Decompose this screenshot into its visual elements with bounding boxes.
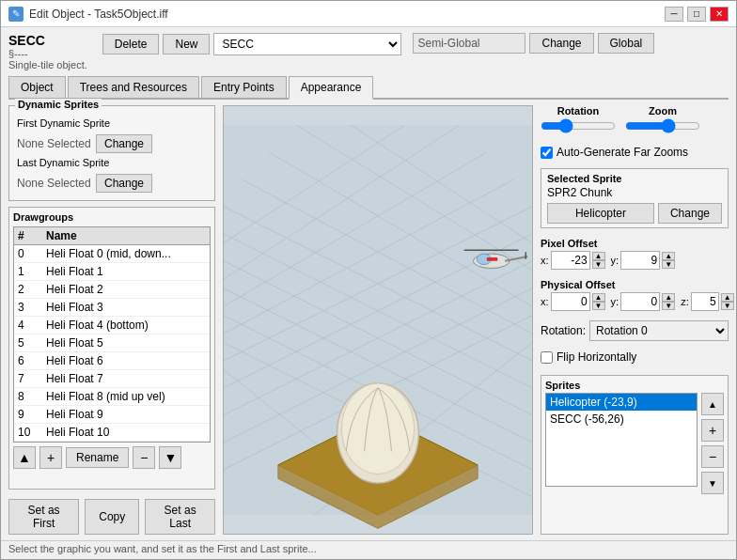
global-button[interactable]: Global bbox=[598, 33, 655, 54]
pixel-y-down[interactable]: ▼ bbox=[662, 260, 675, 269]
first-sprite-value: None Selected bbox=[17, 137, 92, 150]
move-down-button[interactable]: ▼ bbox=[159, 446, 181, 469]
tab-object[interactable]: Object bbox=[8, 76, 66, 98]
rotation-select-row: Rotation: Rotation 0 bbox=[541, 320, 729, 341]
minimize-button[interactable]: ─ bbox=[665, 7, 683, 22]
remove-row-button[interactable]: − bbox=[133, 446, 155, 469]
rotation-select[interactable]: Rotation 0 bbox=[589, 320, 729, 341]
pixel-x-label: x: bbox=[541, 255, 549, 266]
pixel-x-input[interactable] bbox=[551, 251, 590, 270]
delete-button[interactable]: Delete bbox=[102, 34, 160, 54]
table-row[interactable]: 10 Heli Float 10 bbox=[14, 424, 210, 442]
copy-button[interactable]: Copy bbox=[85, 499, 139, 535]
pixel-y-input[interactable] bbox=[620, 251, 660, 270]
tab-bar: Object Trees and Resources Entry Points … bbox=[8, 76, 729, 100]
table-row[interactable]: 9 Heli Float 9 bbox=[14, 406, 210, 424]
pixel-offset-fields: x: ▲ ▼ y: ▲ ▼ bbox=[541, 251, 729, 270]
zoom-slider-label: Zoom bbox=[649, 105, 677, 117]
phys-y-up[interactable]: ▲ bbox=[662, 293, 675, 302]
maximize-button[interactable]: □ bbox=[687, 7, 706, 22]
table-row[interactable]: 1 Heli Float 1 bbox=[14, 263, 210, 281]
pixel-y-up[interactable]: ▲ bbox=[662, 252, 675, 260]
phys-z-up[interactable]: ▲ bbox=[721, 293, 734, 302]
move-up-button[interactable]: ▲ bbox=[13, 446, 36, 469]
rotation-slider[interactable] bbox=[541, 118, 616, 133]
pixel-y-label: y: bbox=[611, 255, 619, 266]
last-sprite-row: Last Dynamic Sprite None Selected Change bbox=[17, 157, 207, 193]
col-num-header: # bbox=[18, 229, 46, 242]
sprite-item[interactable]: Helicopter (-23,9) bbox=[546, 394, 697, 411]
sprites-up-button[interactable]: ▲ bbox=[701, 393, 724, 415]
object-dropdown[interactable]: SECC bbox=[213, 33, 401, 55]
object-info: SECC §---- Single-tile object. bbox=[8, 33, 87, 70]
table-row[interactable]: 2 Heli Float 2 bbox=[14, 281, 210, 299]
table-row[interactable]: 3 Heli Float 3 bbox=[14, 299, 210, 317]
set-as-last-button[interactable]: Set as Last bbox=[145, 499, 215, 535]
selected-sprite-box: Selected Sprite SPR2 Chunk Helicopter Ch… bbox=[541, 168, 729, 228]
phys-y-input[interactable] bbox=[620, 292, 660, 311]
table-row[interactable]: 0 Heli Float 0 (mid, down... bbox=[14, 245, 210, 263]
table-row[interactable]: 8 Heli Float 8 (mid up vel) bbox=[14, 388, 210, 406]
last-sprite-field: None Selected Change bbox=[17, 174, 207, 193]
sprite-name-button[interactable]: Helicopter bbox=[547, 203, 654, 224]
phys-y-field: y: ▲ ▼ bbox=[611, 292, 676, 311]
pixel-x-down[interactable]: ▼ bbox=[592, 260, 605, 269]
table-row[interactable]: 4 Heli Float 4 (bottom) bbox=[14, 317, 210, 334]
main-content: Dynamic Sprites First Dynamic Sprite Non… bbox=[8, 105, 729, 535]
pixel-x-up[interactable]: ▲ bbox=[592, 252, 605, 260]
pixel-y-spin: ▲ ▼ bbox=[662, 252, 675, 269]
rotation-slider-track[interactable] bbox=[541, 118, 616, 136]
sprites-down-button[interactable]: ▼ bbox=[701, 472, 724, 494]
first-sprite-field: None Selected Change bbox=[17, 134, 207, 153]
tab-entry-points[interactable]: Entry Points bbox=[201, 76, 287, 98]
sprite-change-button[interactable]: Change bbox=[658, 203, 722, 224]
sprite-item[interactable]: SECC (-56,26) bbox=[546, 411, 697, 428]
flip-checkbox[interactable] bbox=[541, 351, 553, 364]
svg-rect-31 bbox=[487, 257, 498, 261]
zoom-slider-track[interactable] bbox=[625, 118, 700, 136]
drawgroups-table[interactable]: # Name 0 Heli Float 0 (mid, down... 1 He… bbox=[13, 226, 211, 443]
phys-z-field: z: ▲ ▼ bbox=[681, 292, 734, 311]
table-row[interactable]: 5 Heli Float 5 bbox=[14, 334, 210, 352]
first-sprite-change-btn[interactable]: Change bbox=[96, 134, 152, 153]
sprites-add-button[interactable]: + bbox=[701, 419, 724, 442]
selected-sprite-label: Selected Sprite bbox=[547, 173, 722, 184]
tab-appearance[interactable]: Appearance bbox=[289, 76, 374, 100]
phys-x-input[interactable] bbox=[551, 292, 590, 311]
status-text: Select the graphic you want, and set it … bbox=[8, 543, 317, 554]
last-sprite-change-btn[interactable]: Change bbox=[96, 174, 152, 193]
sprites-list[interactable]: Helicopter (-23,9) SECC (-56,26) bbox=[545, 393, 698, 487]
left-panel: Dynamic Sprites First Dynamic Sprite Non… bbox=[8, 105, 215, 535]
table-row[interactable]: 7 Heli Float 7 bbox=[14, 370, 210, 388]
new-button[interactable]: New bbox=[163, 34, 210, 54]
phys-z-input[interactable] bbox=[691, 292, 719, 311]
top-row: SECC §---- Single-tile object. Delete Ne… bbox=[8, 33, 729, 70]
table-row[interactable]: 6 Heli Float 6 bbox=[14, 352, 210, 370]
phys-z-down[interactable]: ▼ bbox=[721, 302, 734, 310]
semi-global-input[interactable] bbox=[413, 33, 525, 54]
bottom-buttons: Set as First Copy Set as Last bbox=[8, 499, 215, 535]
auto-gen-label: Auto-Generate Far Zooms bbox=[557, 146, 688, 159]
change-scope-button[interactable]: Change bbox=[529, 33, 593, 54]
table-row[interactable]: 11 Heli Float 11 bbox=[14, 442, 210, 443]
phys-x-up[interactable]: ▲ bbox=[592, 293, 605, 302]
tab-trees-resources[interactable]: Trees and Resources bbox=[68, 76, 199, 98]
close-button[interactable]: ✕ bbox=[710, 7, 729, 22]
sprites-list-label: Sprites bbox=[545, 380, 724, 391]
top-buttons: Delete New SECC bbox=[102, 33, 402, 55]
svg-point-25 bbox=[341, 383, 414, 474]
auto-gen-checkbox[interactable] bbox=[541, 147, 553, 159]
main-window: ✎ Edit Object - Task5Object.iff ─ □ ✕ SE… bbox=[0, 0, 737, 560]
phys-x-field: x: ▲ ▼ bbox=[541, 292, 605, 311]
phys-x-down[interactable]: ▼ bbox=[592, 302, 605, 310]
phys-y-down[interactable]: ▼ bbox=[662, 302, 675, 310]
canvas-panel: ↖ bbox=[223, 105, 533, 535]
drawgroups-label: Drawgroups bbox=[13, 211, 211, 223]
sprites-remove-button[interactable]: − bbox=[701, 445, 724, 468]
sliders-area: Rotation Zoom bbox=[541, 105, 729, 136]
zoom-slider[interactable] bbox=[625, 118, 700, 133]
set-as-first-button[interactable]: Set as First bbox=[8, 499, 79, 535]
physical-offset-fields: x: ▲ ▼ y: ▲ ▼ bbox=[541, 292, 729, 311]
add-row-button[interactable]: + bbox=[39, 446, 62, 469]
rename-button[interactable]: Rename bbox=[66, 447, 129, 468]
